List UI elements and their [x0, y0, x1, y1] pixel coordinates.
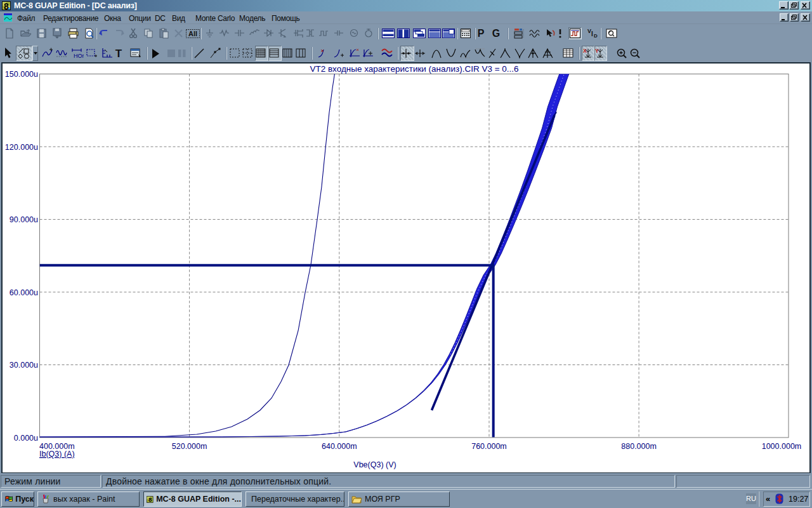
svg-text:1000.000m: 1000.000m [762, 442, 802, 451]
svg-text:90.000u: 90.000u [10, 215, 38, 224]
svg-text:8: 8 [4, 1, 9, 10]
svg-text:VT2 входные характеристики (ан: VT2 входные характеристики (анализ).CIR … [310, 64, 518, 74]
svg-text:All: All [188, 30, 197, 37]
svg-text:P: P [478, 28, 485, 39]
svg-text:I: I [591, 30, 593, 37]
svg-text:30.000u: 30.000u [10, 361, 38, 370]
svg-text:120.000u: 120.000u [5, 143, 38, 152]
svg-text:0.000u: 0.000u [14, 434, 38, 443]
svg-text:60.000u: 60.000u [10, 288, 38, 297]
svg-text:G: G [492, 28, 500, 39]
svg-text:760.000m: 760.000m [471, 442, 507, 451]
svg-text:640.000m: 640.000m [322, 442, 357, 451]
svg-text:D: D [594, 33, 598, 39]
svg-text:8: 8 [148, 496, 152, 503]
svg-text:150.000u: 150.000u [5, 70, 38, 79]
svg-text:Ib(Q3) (A): Ib(Q3) (A) [39, 450, 75, 458]
svg-text:X: X [583, 48, 587, 54]
svg-text:520.000m: 520.000m [172, 442, 207, 451]
svg-text:HOr: HOr [74, 53, 84, 59]
svg-text:Y: Y [595, 48, 599, 54]
svg-text:880.000m: 880.000m [621, 442, 657, 451]
svg-text:Vbe(Q3) (V): Vbe(Q3) (V) [353, 460, 396, 469]
svg-text:T: T [115, 48, 122, 60]
